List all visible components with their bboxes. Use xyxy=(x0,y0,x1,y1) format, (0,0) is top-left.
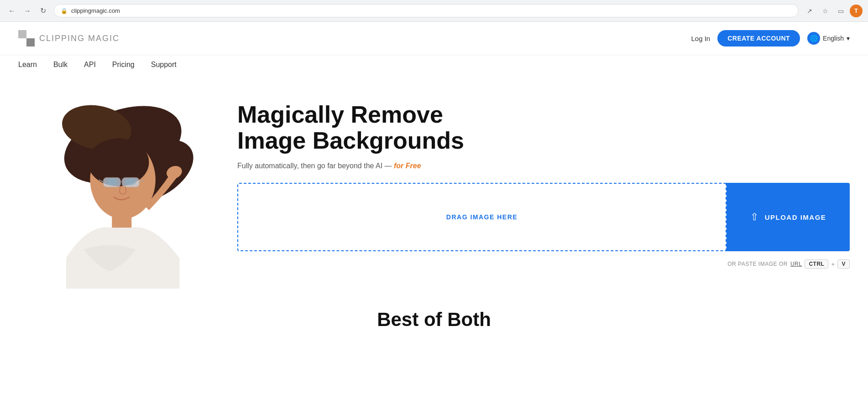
hero-text-area: Magically Remove Image Backgrounds Fully… xyxy=(237,93,850,269)
forward-button[interactable]: → xyxy=(21,5,34,17)
paste-hint: OR PASTE IMAGE OR URL CTRL + V xyxy=(237,259,850,269)
language-label: English xyxy=(823,35,844,42)
logo-square-dark xyxy=(26,38,35,47)
upload-button-label: UPLOAD IMAGE xyxy=(765,213,826,221)
browser-chrome: ← → ↻ 🔒 clippingmagic.com ↗ ☆ ▭ T xyxy=(0,0,868,22)
reload-button[interactable]: ↻ xyxy=(37,5,49,17)
split-view-button[interactable]: ▭ xyxy=(834,5,847,17)
best-of-both-heading: Best of Both xyxy=(0,290,868,335)
svg-point-12 xyxy=(107,178,117,185)
svg-point-13 xyxy=(125,178,136,185)
site-nav: Learn Bulk API Pricing Support xyxy=(0,55,868,74)
drag-drop-zone[interactable]: DRAG IMAGE HERE xyxy=(237,183,727,251)
nav-item-bulk[interactable]: Bulk xyxy=(53,61,68,69)
bottom-heading-text: Best of Both xyxy=(377,309,491,330)
website: CLIPPING MAGIC Log In CREATE ACCOUNT 🌐 E… xyxy=(0,22,868,414)
browser-actions: ↗ ☆ ▭ T xyxy=(803,5,863,17)
subtext-before: Fully automatically, then go far beyond … xyxy=(237,162,394,170)
nav-buttons: ← → ↻ xyxy=(5,5,49,17)
lock-icon: 🔒 xyxy=(61,8,68,14)
language-selector[interactable]: 🌐 English ▾ xyxy=(807,32,850,45)
chevron-down-icon: ▾ xyxy=(847,35,850,42)
site-header: CLIPPING MAGIC Log In CREATE ACCOUNT 🌐 E… xyxy=(0,22,868,55)
logo-light: MAGIC xyxy=(85,34,120,43)
hero-subtext: Fully automatically, then go far beyond … xyxy=(237,162,850,170)
upload-button-zone[interactable]: ⇧ UPLOAD IMAGE xyxy=(727,183,850,251)
paste-url-link[interactable]: URL xyxy=(790,261,802,267)
bookmark-button[interactable]: ☆ xyxy=(819,5,831,17)
nav-item-api[interactable]: API xyxy=(84,61,96,69)
nav-item-learn[interactable]: Learn xyxy=(18,61,37,69)
login-link[interactable]: Log In xyxy=(691,35,710,42)
upload-area: DRAG IMAGE HERE ⇧ UPLOAD IMAGE xyxy=(237,183,850,251)
header-right: Log In CREATE ACCOUNT 🌐 English ▾ xyxy=(691,30,850,47)
globe-icon: 🌐 xyxy=(807,32,820,45)
ctrl-key-badge: CTRL xyxy=(805,259,828,269)
hero-heading: Magically Remove Image Backgrounds xyxy=(237,102,850,154)
logo-bold: CLIPPING xyxy=(39,34,85,43)
logo-text: CLIPPING MAGIC xyxy=(39,34,120,43)
nav-item-support[interactable]: Support xyxy=(151,61,177,69)
heading-line2: Image Backgrounds xyxy=(237,127,464,154)
share-button[interactable]: ↗ xyxy=(803,5,816,17)
main-content: Magically Remove Image Backgrounds Fully… xyxy=(0,74,868,290)
upload-arrow-icon: ⇧ xyxy=(750,211,758,223)
plus-sign: + xyxy=(831,261,835,268)
drag-drop-label: DRAG IMAGE HERE xyxy=(446,213,518,221)
heading-line1: Magically Remove xyxy=(237,101,443,128)
logo-icon xyxy=(18,30,35,47)
hero-image xyxy=(18,93,210,289)
subtext-free: for Free xyxy=(394,162,421,170)
logo[interactable]: CLIPPING MAGIC xyxy=(18,30,120,47)
url-text: clippingmagic.com xyxy=(71,7,120,14)
nav-item-pricing[interactable]: Pricing xyxy=(112,61,135,69)
paste-before-text: OR PASTE IMAGE OR xyxy=(727,261,788,267)
address-bar[interactable]: 🔒 clippingmagic.com xyxy=(54,4,799,17)
logo-square-light xyxy=(18,30,26,38)
v-key-badge: V xyxy=(837,259,850,269)
back-button[interactable]: ← xyxy=(5,5,18,17)
user-avatar[interactable]: T xyxy=(850,5,863,17)
create-account-button[interactable]: CREATE ACCOUNT xyxy=(717,30,800,47)
hero-image-area xyxy=(18,93,210,290)
